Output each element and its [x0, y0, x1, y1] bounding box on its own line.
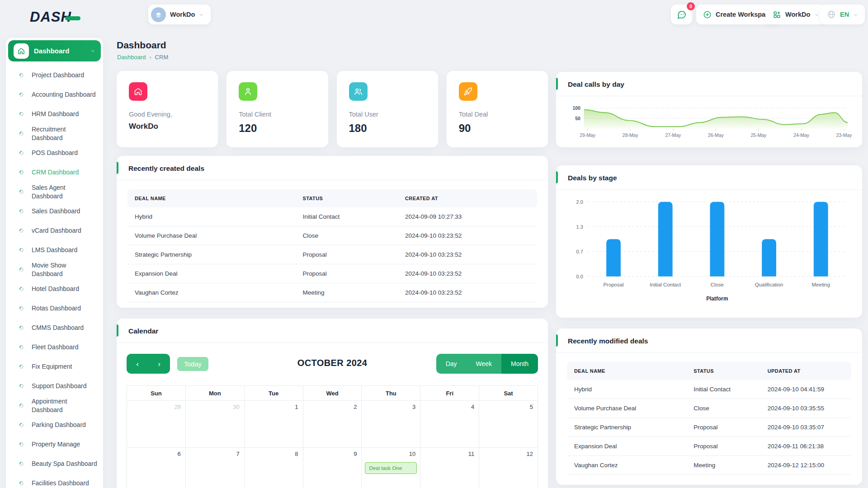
bullet-icon — [19, 461, 24, 467]
sidebar-item-label: CMMS Dashboard — [32, 324, 84, 332]
calendar-day-cell[interactable]: 9 — [303, 448, 362, 488]
table-row: Expansion DealProposal2024-09-11 06:21:3… — [567, 437, 851, 456]
table-cell: Meeting — [295, 283, 398, 302]
sidebar-item[interactable]: LMS Dashboard — [6, 240, 103, 260]
sidebar-item[interactable]: Movie Show Dashboard — [6, 260, 103, 279]
stat-card-value: WorkDo — [129, 122, 206, 131]
calendar-day-cell[interactable]: 6 — [127, 448, 186, 488]
calendar-day-cell[interactable]: 1 — [245, 401, 303, 448]
sidebar-item[interactable]: CRM Dashboard — [6, 163, 103, 182]
bullet-icon — [19, 325, 24, 331]
table-cell: Strategic Partnership — [567, 418, 686, 437]
table-header-row: Deal NameStatusCreated At — [127, 189, 537, 207]
sidebar-item[interactable]: Parking Dashboard — [6, 415, 103, 435]
sidebar-item[interactable]: HRM Dashboard — [6, 104, 103, 124]
deal-calls-panel: Deal calls by day 1005029-May28-May27-Ma… — [556, 72, 862, 147]
bar-qualification — [762, 239, 776, 276]
sidebar-item[interactable]: Rotas Dashboard — [6, 299, 103, 318]
sidebar-item-label: Fleet Dashboard — [32, 343, 79, 352]
sidebar-item[interactable]: Facilities Dashboard — [6, 474, 103, 488]
svg-text:0.7: 0.7 — [576, 249, 583, 254]
calendar-day-cell[interactable]: 7 — [186, 448, 245, 488]
breadcrumb-dashboard-link[interactable]: Dashboard — [117, 54, 146, 61]
chevron-down-icon — [199, 12, 204, 17]
calendar-day-cell[interactable]: 30 — [186, 401, 245, 448]
breadcrumb-separator: › — [150, 54, 151, 61]
calendar-grid: SunMonTueWedThuFriSat293012345678910Deal… — [127, 385, 538, 488]
account-menu-label: WorkDo — [785, 11, 810, 18]
calendar-view-week[interactable]: Week — [467, 354, 502, 374]
bullet-icon — [19, 441, 24, 447]
column-header: Created At — [398, 189, 537, 207]
sidebar-item[interactable]: Accounting Dashboard — [6, 85, 103, 104]
panel-head: Deal calls by day — [556, 72, 862, 96]
sidebar-item-label: Facilities Dashboard — [32, 479, 89, 488]
bullet-icon — [19, 169, 24, 175]
calendar-day-cell[interactable]: 2 — [303, 401, 362, 448]
sidebar-item[interactable]: Appointment Dashboard — [6, 396, 103, 415]
calendar-day-cell[interactable]: 11 — [420, 448, 479, 488]
sidebar-item[interactable]: Fleet Dashboard — [6, 338, 103, 357]
calendar-day-cell[interactable]: 8 — [245, 448, 303, 488]
calendar-day-number: 5 — [530, 404, 533, 410]
globe-icon — [827, 10, 836, 19]
table-cell: Initial Contact — [295, 207, 398, 226]
account-menu[interactable]: WorkDo — [766, 5, 826, 24]
calendar-day-cell[interactable]: 4 — [420, 401, 479, 448]
panel-accent-bar — [556, 334, 558, 347]
sidebar-item[interactable]: Fix Equipment — [6, 357, 103, 376]
app-logo: DASH — [30, 9, 80, 25]
weekday-header: Sun — [127, 386, 186, 401]
sidebar-item[interactable]: CMMS Dashboard — [6, 318, 103, 338]
bullet-icon — [19, 305, 24, 311]
sidebar-item[interactable]: Hotel Dashboard — [6, 279, 103, 299]
calendar-day-cell[interactable]: 3 — [362, 401, 420, 448]
sidebar-item-label: Recruitment Dashboard — [32, 125, 98, 142]
sidebar-item-label: Parking Dashboard — [32, 421, 86, 429]
sidebar-item[interactable]: Beauty Spa Dashboard — [6, 454, 103, 474]
calendar-view-month[interactable]: Month — [501, 354, 538, 374]
panel-title: Recently modified deals — [568, 337, 648, 345]
sidebar-item[interactable]: Sales Agent Dashboard — [6, 182, 103, 202]
panel-title: Calendar — [128, 327, 158, 335]
sidebar-item[interactable]: Property Manage — [6, 435, 103, 454]
language-code: EN — [840, 11, 849, 18]
weekday-header: Wed — [303, 386, 362, 401]
table-row: Expansion DealProposal2024-09-10 03:23:5… — [127, 264, 537, 283]
sidebar-item[interactable]: Support Dashboard — [6, 376, 103, 396]
calendar-day-cell[interactable]: 12 — [479, 448, 538, 488]
language-selector[interactable]: EN — [820, 5, 865, 24]
column-header: Deal Name — [567, 362, 686, 380]
calendar-panel: Calendar ‹ › Today OCTOBER 2024 DayWeekM… — [117, 319, 548, 488]
calendar-day-cell[interactable]: 5 — [479, 401, 538, 448]
table-cell: 2024-09-12 12:15:00 — [760, 456, 851, 475]
workspace-selector[interactable]: WorkDo — [148, 5, 211, 24]
bullet-icon — [19, 286, 24, 292]
sidebar-dashboard-button[interactable]: Dashboard — [8, 40, 101, 61]
calendar-day-cell[interactable]: 10Deal task One — [362, 448, 420, 488]
svg-text:23-May: 23-May — [836, 133, 852, 138]
sidebar-item[interactable]: Recruitment Dashboard — [6, 124, 103, 143]
panel-accent-bar — [117, 324, 118, 337]
sidebar-item[interactable]: Project Dashboard — [6, 66, 103, 85]
column-header: Status — [295, 189, 398, 207]
table-row: Volume Purchase DealClose2024-09-10 03:2… — [127, 226, 537, 245]
calendar-day-cell[interactable]: 29 — [127, 401, 186, 448]
sidebar-item[interactable]: POS Dashboard — [6, 143, 103, 163]
svg-text:25-May: 25-May — [751, 133, 767, 138]
sidebar-item-label: Support Dashboard — [32, 382, 86, 390]
page-title: Dashboard — [117, 40, 166, 51]
recent-modified-deals-panel: Recently modified deals Deal NameStatusU… — [556, 328, 862, 485]
bar-chart: 2.01.30.70.0ProposalInitial ContactClose… — [566, 194, 852, 307]
sidebar-item[interactable]: Sales Dashboard — [6, 202, 103, 221]
calendar-view-day[interactable]: Day — [436, 354, 467, 374]
messages-button[interactable]: 0 — [671, 5, 692, 24]
sidebar-item[interactable]: vCard Dashboard — [6, 221, 103, 240]
sidebar-item-label: POS Dashboard — [32, 149, 78, 157]
stat-card-value: 180 — [349, 122, 426, 135]
bar-initial-contact — [658, 202, 673, 277]
table-cell: Vaughan Cortez — [567, 456, 686, 475]
create-workspace-label: Create Workspace — [716, 11, 773, 18]
calendar-event[interactable]: Deal task One — [365, 462, 417, 474]
bullet-icon — [19, 150, 24, 156]
